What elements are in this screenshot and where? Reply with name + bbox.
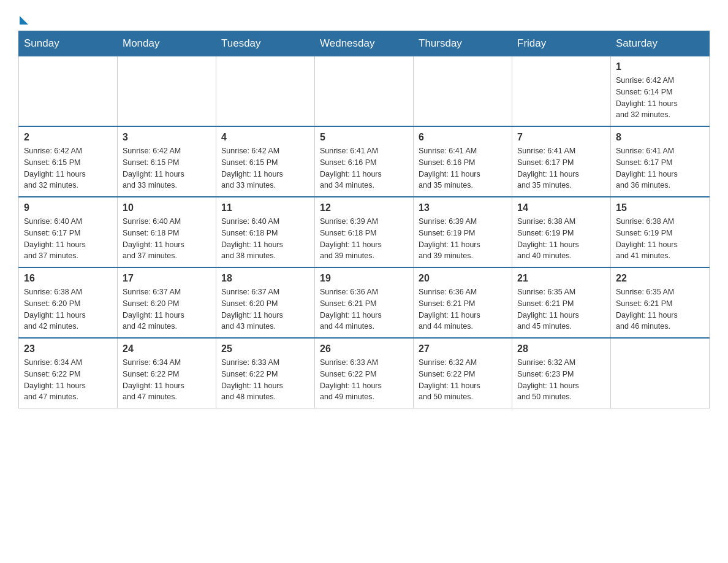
day-number: 7 — [517, 132, 605, 143]
weekday-header-thursday: Thursday — [414, 31, 512, 56]
day-number: 22 — [616, 273, 704, 284]
calendar-cell: 8Sunrise: 6:41 AM Sunset: 6:17 PM Daylig… — [611, 126, 710, 197]
day-number: 24 — [123, 343, 211, 354]
calendar-cell: 22Sunrise: 6:35 AM Sunset: 6:21 PM Dayli… — [611, 267, 710, 338]
day-info: Sunrise: 6:41 AM Sunset: 6:17 PM Dayligh… — [517, 145, 605, 191]
calendar-cell: 17Sunrise: 6:37 AM Sunset: 6:20 PM Dayli… — [118, 267, 216, 338]
calendar-cell: 18Sunrise: 6:37 AM Sunset: 6:20 PM Dayli… — [216, 267, 315, 338]
day-number: 19 — [320, 273, 408, 284]
day-number: 1 — [616, 61, 704, 72]
day-info: Sunrise: 6:37 AM Sunset: 6:20 PM Dayligh… — [221, 286, 309, 332]
day-info: Sunrise: 6:35 AM Sunset: 6:21 PM Dayligh… — [616, 286, 704, 332]
day-info: Sunrise: 6:42 AM Sunset: 6:14 PM Dayligh… — [616, 75, 704, 121]
day-number: 18 — [221, 273, 309, 284]
calendar-cell: 20Sunrise: 6:36 AM Sunset: 6:21 PM Dayli… — [414, 267, 512, 338]
calendar-cell: 2Sunrise: 6:42 AM Sunset: 6:15 PM Daylig… — [19, 126, 118, 197]
day-info: Sunrise: 6:32 AM Sunset: 6:23 PM Dayligh… — [517, 357, 605, 403]
weekday-header-wednesday: Wednesday — [315, 31, 414, 56]
day-number: 26 — [320, 343, 408, 354]
calendar-cell — [512, 56, 611, 127]
calendar-cell: 27Sunrise: 6:32 AM Sunset: 6:22 PM Dayli… — [414, 338, 512, 408]
day-info: Sunrise: 6:37 AM Sunset: 6:20 PM Dayligh… — [123, 286, 211, 332]
day-info: Sunrise: 6:33 AM Sunset: 6:22 PM Dayligh… — [221, 357, 309, 403]
day-number: 9 — [24, 202, 112, 213]
calendar-cell: 12Sunrise: 6:39 AM Sunset: 6:18 PM Dayli… — [315, 197, 414, 267]
day-info: Sunrise: 6:39 AM Sunset: 6:18 PM Dayligh… — [320, 216, 408, 262]
weekday-header-sunday: Sunday — [19, 31, 118, 56]
day-info: Sunrise: 6:42 AM Sunset: 6:15 PM Dayligh… — [123, 145, 211, 191]
week-row-1: 1Sunrise: 6:42 AM Sunset: 6:14 PM Daylig… — [19, 56, 710, 127]
day-info: Sunrise: 6:38 AM Sunset: 6:19 PM Dayligh… — [616, 216, 704, 262]
weekday-header-friday: Friday — [512, 31, 611, 56]
calendar-cell: 1Sunrise: 6:42 AM Sunset: 6:14 PM Daylig… — [611, 56, 710, 127]
calendar-cell: 10Sunrise: 6:40 AM Sunset: 6:18 PM Dayli… — [118, 197, 216, 267]
day-info: Sunrise: 6:39 AM Sunset: 6:19 PM Dayligh… — [419, 216, 507, 262]
calendar-cell — [19, 56, 118, 127]
weekday-header-saturday: Saturday — [611, 31, 710, 56]
calendar-cell: 15Sunrise: 6:38 AM Sunset: 6:19 PM Dayli… — [611, 197, 710, 267]
calendar-cell — [611, 338, 710, 408]
day-number: 15 — [616, 202, 704, 213]
day-info: Sunrise: 6:40 AM Sunset: 6:18 PM Dayligh… — [221, 216, 309, 262]
day-info: Sunrise: 6:32 AM Sunset: 6:22 PM Dayligh… — [419, 357, 507, 403]
page-header — [18, 12, 710, 25]
day-info: Sunrise: 6:41 AM Sunset: 6:16 PM Dayligh… — [320, 145, 408, 191]
day-info: Sunrise: 6:41 AM Sunset: 6:17 PM Dayligh… — [616, 145, 704, 191]
calendar-cell: 13Sunrise: 6:39 AM Sunset: 6:19 PM Dayli… — [414, 197, 512, 267]
day-number: 3 — [123, 132, 211, 143]
day-info: Sunrise: 6:38 AM Sunset: 6:20 PM Dayligh… — [24, 286, 112, 332]
day-info: Sunrise: 6:33 AM Sunset: 6:22 PM Dayligh… — [320, 357, 408, 403]
weekday-header-row: SundayMondayTuesdayWednesdayThursdayFrid… — [19, 31, 710, 56]
calendar-table: SundayMondayTuesdayWednesdayThursdayFrid… — [18, 31, 710, 408]
day-info: Sunrise: 6:40 AM Sunset: 6:18 PM Dayligh… — [123, 216, 211, 262]
week-row-2: 2Sunrise: 6:42 AM Sunset: 6:15 PM Daylig… — [19, 126, 710, 197]
day-info: Sunrise: 6:34 AM Sunset: 6:22 PM Dayligh… — [24, 357, 112, 403]
calendar-cell: 16Sunrise: 6:38 AM Sunset: 6:20 PM Dayli… — [19, 267, 118, 338]
day-number: 8 — [616, 132, 704, 143]
day-number: 25 — [221, 343, 309, 354]
day-number: 13 — [419, 202, 507, 213]
day-number: 4 — [221, 132, 309, 143]
calendar-cell: 5Sunrise: 6:41 AM Sunset: 6:16 PM Daylig… — [315, 126, 414, 197]
day-info: Sunrise: 6:42 AM Sunset: 6:15 PM Dayligh… — [221, 145, 309, 191]
calendar-cell: 14Sunrise: 6:38 AM Sunset: 6:19 PM Dayli… — [512, 197, 611, 267]
calendar-cell: 19Sunrise: 6:36 AM Sunset: 6:21 PM Dayli… — [315, 267, 414, 338]
logo — [18, 12, 28, 25]
calendar-cell: 23Sunrise: 6:34 AM Sunset: 6:22 PM Dayli… — [19, 338, 118, 408]
day-number: 14 — [517, 202, 605, 213]
day-number: 2 — [24, 132, 112, 143]
calendar-cell: 11Sunrise: 6:40 AM Sunset: 6:18 PM Dayli… — [216, 197, 315, 267]
weekday-header-tuesday: Tuesday — [216, 31, 315, 56]
calendar-cell: 24Sunrise: 6:34 AM Sunset: 6:22 PM Dayli… — [118, 338, 216, 408]
day-number: 16 — [24, 273, 112, 284]
logo-arrow-icon — [20, 16, 28, 25]
calendar-cell — [414, 56, 512, 127]
week-row-3: 9Sunrise: 6:40 AM Sunset: 6:17 PM Daylig… — [19, 197, 710, 267]
day-number: 23 — [24, 343, 112, 354]
calendar-cell: 21Sunrise: 6:35 AM Sunset: 6:21 PM Dayli… — [512, 267, 611, 338]
calendar-cell: 28Sunrise: 6:32 AM Sunset: 6:23 PM Dayli… — [512, 338, 611, 408]
week-row-5: 23Sunrise: 6:34 AM Sunset: 6:22 PM Dayli… — [19, 338, 710, 408]
day-number: 12 — [320, 202, 408, 213]
calendar-cell — [118, 56, 216, 127]
day-number: 27 — [419, 343, 507, 354]
calendar-cell: 26Sunrise: 6:33 AM Sunset: 6:22 PM Dayli… — [315, 338, 414, 408]
day-info: Sunrise: 6:34 AM Sunset: 6:22 PM Dayligh… — [123, 357, 211, 403]
calendar-cell: 9Sunrise: 6:40 AM Sunset: 6:17 PM Daylig… — [19, 197, 118, 267]
calendar-cell — [315, 56, 414, 127]
week-row-4: 16Sunrise: 6:38 AM Sunset: 6:20 PM Dayli… — [19, 267, 710, 338]
day-info: Sunrise: 6:36 AM Sunset: 6:21 PM Dayligh… — [419, 286, 507, 332]
day-number: 28 — [517, 343, 605, 354]
day-number: 6 — [419, 132, 507, 143]
day-info: Sunrise: 6:41 AM Sunset: 6:16 PM Dayligh… — [419, 145, 507, 191]
calendar-cell: 25Sunrise: 6:33 AM Sunset: 6:22 PM Dayli… — [216, 338, 315, 408]
day-info: Sunrise: 6:36 AM Sunset: 6:21 PM Dayligh… — [320, 286, 408, 332]
calendar-cell: 4Sunrise: 6:42 AM Sunset: 6:15 PM Daylig… — [216, 126, 315, 197]
day-number: 11 — [221, 202, 309, 213]
day-info: Sunrise: 6:42 AM Sunset: 6:15 PM Dayligh… — [24, 145, 112, 191]
weekday-header-monday: Monday — [118, 31, 216, 56]
calendar-cell: 3Sunrise: 6:42 AM Sunset: 6:15 PM Daylig… — [118, 126, 216, 197]
day-number: 10 — [123, 202, 211, 213]
calendar-cell — [216, 56, 315, 127]
calendar-cell: 7Sunrise: 6:41 AM Sunset: 6:17 PM Daylig… — [512, 126, 611, 197]
